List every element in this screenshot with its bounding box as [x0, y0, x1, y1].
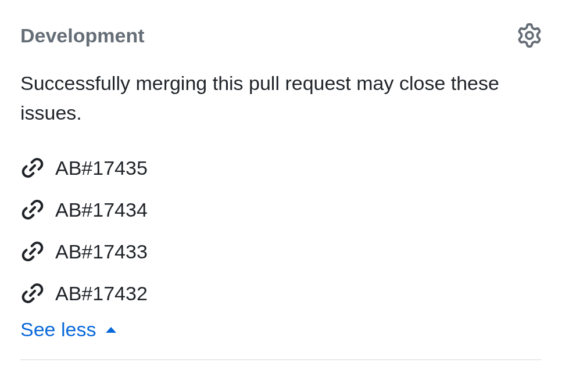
link-icon	[20, 156, 45, 180]
linked-issues-list: AB#17435 AB#17434 AB#17433	[20, 156, 542, 305]
linked-issue-item[interactable]: AB#17432	[20, 281, 542, 305]
link-icon	[20, 239, 45, 264]
gear-icon[interactable]	[517, 23, 542, 48]
section-description: Successfully merging this pull request m…	[20, 69, 542, 128]
development-section-header: Development	[20, 23, 542, 48]
link-icon	[20, 197, 45, 222]
linked-issue-label: AB#17432	[55, 282, 148, 305]
caret-up-icon	[104, 325, 118, 335]
linked-issue-item[interactable]: AB#17434	[20, 197, 542, 222]
see-less-toggle[interactable]: See less	[20, 318, 542, 341]
linked-issue-item[interactable]: AB#17433	[20, 239, 542, 264]
section-title: Development	[20, 24, 145, 47]
section-divider	[20, 359, 542, 360]
link-icon	[20, 281, 45, 305]
linked-issue-label: AB#17434	[55, 199, 148, 221]
toggle-label: See less	[20, 318, 96, 341]
linked-issue-label: AB#17435	[55, 157, 148, 179]
linked-issue-label: AB#17433	[55, 240, 148, 263]
linked-issue-item[interactable]: AB#17435	[20, 156, 542, 180]
